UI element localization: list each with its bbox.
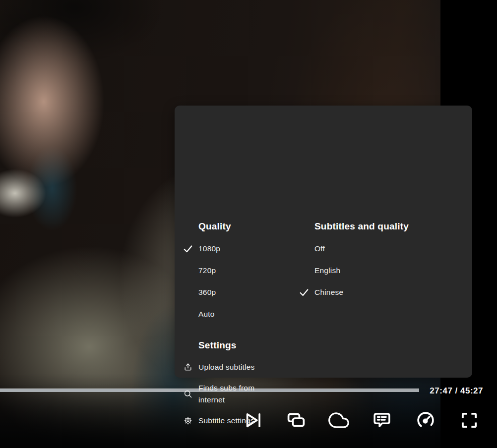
quality-option-label: Auto [198,310,215,319]
playback-speed-button[interactable] [414,409,437,432]
subtitles-title: Subtitles and quality [314,216,409,237]
speedometer-icon [415,410,436,431]
upload-icon [183,362,193,373]
find-subs-item[interactable]: Finds subs from internet [183,381,264,407]
settings-item-label: Finds subs from internet [198,382,264,406]
video-player: 27:47 / 45:27 [0,0,497,448]
check-icon [183,243,193,254]
gear-icon [183,415,193,426]
quality-option-360p[interactable]: 360p [183,281,216,303]
search-icon [183,389,193,399]
settings-item-label: Upload subtitles [198,363,255,372]
quality-option-label: 720p [198,266,216,275]
subtitles-icon [372,410,392,431]
subtitle-settings-item[interactable]: Subtitle settings [183,410,254,432]
subtitle-option-off[interactable]: Off [299,238,325,260]
quality-title: Quality [198,216,231,237]
subtitle-option-label: English [314,266,340,275]
settings-item-label: Subtitle settings [198,416,254,425]
subtitle-option-label: Off [314,244,325,253]
cloud-button[interactable] [327,409,350,432]
quality-option-720p[interactable]: 720p [183,260,216,281]
subtitle-option-label: Chinese [314,288,343,297]
check-icon [299,287,310,298]
settings-title: Settings [198,335,237,356]
mini-player-icon [286,410,307,431]
subtitle-option-english[interactable]: English [299,260,340,281]
settings-panel: Quality 1080p 720p 360p Auto Subt [175,106,472,378]
quality-option-label: 1080p [198,244,220,253]
quality-option-1080p[interactable]: 1080p [183,238,220,260]
quality-option-auto[interactable]: Auto [183,303,215,325]
mini-player-button[interactable] [285,409,308,432]
upload-subtitles-item[interactable]: Upload subtitles [183,356,255,378]
quality-option-label: 360p [198,288,216,297]
cloud-icon [328,410,349,431]
subtitles-button[interactable] [371,409,393,432]
time-display: 27:47 / 45:27 [430,386,483,396]
subtitle-option-chinese[interactable]: Chinese [299,281,343,303]
fullscreen-button[interactable] [458,409,481,432]
fullscreen-icon [459,410,480,431]
